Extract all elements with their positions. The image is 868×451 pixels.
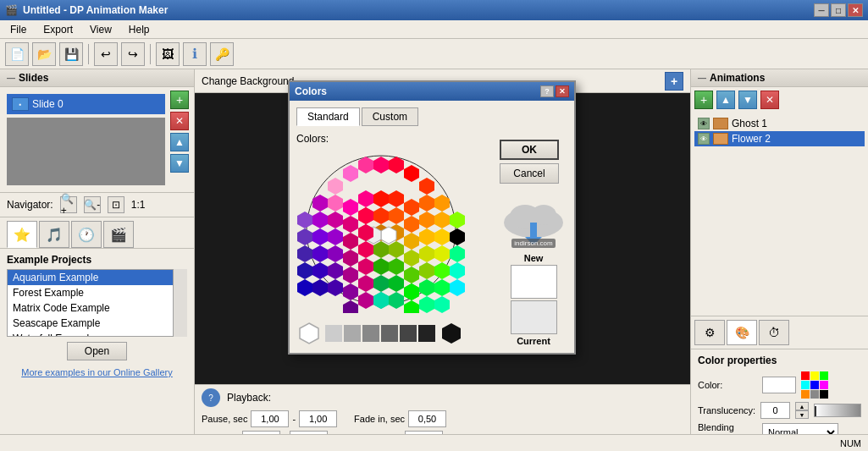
svg-marker-40 xyxy=(373,241,389,258)
svg-marker-5 xyxy=(358,157,373,173)
svg-marker-48 xyxy=(419,262,434,279)
svg-marker-15 xyxy=(328,195,343,212)
svg-marker-58 xyxy=(373,275,389,292)
svg-marker-23 xyxy=(343,216,358,233)
svg-marker-12 xyxy=(358,190,373,207)
gray3[interactable] xyxy=(362,325,379,342)
svg-marker-74 xyxy=(404,283,419,300)
svg-marker-86 xyxy=(300,323,318,344)
svg-marker-61 xyxy=(328,279,343,296)
tab-standard[interactable]: Standard xyxy=(296,107,360,126)
svg-marker-63 xyxy=(389,292,404,309)
svg-marker-39 xyxy=(389,241,404,258)
svg-marker-83 xyxy=(450,245,465,262)
svg-marker-54 xyxy=(328,262,343,279)
svg-marker-57 xyxy=(389,275,404,292)
svg-marker-72 xyxy=(434,279,450,296)
svg-marker-16 xyxy=(434,195,450,212)
svg-marker-17 xyxy=(434,212,450,228)
svg-marker-4 xyxy=(404,165,419,182)
svg-marker-14 xyxy=(328,178,343,195)
dialog-close-btn[interactable]: ✕ xyxy=(556,85,569,97)
svg-marker-38 xyxy=(404,250,419,267)
svg-marker-65 xyxy=(358,275,373,292)
color-picker-area: Colors: xyxy=(296,133,491,346)
svg-marker-80 xyxy=(297,279,312,296)
svg-marker-26 xyxy=(312,212,328,228)
svg-marker-2 xyxy=(373,157,389,173)
svg-rect-89 xyxy=(362,325,379,342)
svg-marker-3 xyxy=(389,157,404,173)
svg-marker-19 xyxy=(404,216,419,233)
svg-marker-49 xyxy=(404,267,419,283)
svg-marker-75 xyxy=(434,296,450,313)
new-current-area: New Current xyxy=(500,253,567,346)
svg-marker-10 xyxy=(389,190,404,207)
svg-marker-29 xyxy=(404,233,419,250)
hex-color-wheel[interactable] xyxy=(296,148,466,313)
svg-marker-53 xyxy=(343,267,358,283)
svg-marker-6 xyxy=(343,165,358,182)
new-label: New xyxy=(524,253,544,263)
grayscale-row xyxy=(296,321,491,346)
svg-marker-43 xyxy=(358,207,373,224)
dialog-tabs: Standard Custom xyxy=(296,107,567,126)
svg-marker-9 xyxy=(404,199,419,216)
dialog-content: Standard Custom Colors: xyxy=(290,101,574,353)
svg-marker-28 xyxy=(419,228,434,245)
dialog-title-bar: Colors ? ✕ xyxy=(290,82,574,101)
svg-marker-36 xyxy=(434,245,450,262)
watermark-text: indirson.com xyxy=(511,239,555,248)
current-color-box[interactable] xyxy=(511,300,557,334)
dialog-body: Colors: xyxy=(296,133,567,346)
black-hex[interactable] xyxy=(439,321,464,346)
svg-marker-79 xyxy=(297,262,312,279)
svg-marker-21 xyxy=(373,207,389,224)
svg-marker-68 xyxy=(373,292,389,309)
dialog-right: OK Cancel xyxy=(500,133,567,346)
colors-dialog: Colors ? ✕ Standard Custom Colors: xyxy=(288,80,576,355)
dialog-cancel-btn[interactable]: Cancel xyxy=(500,163,559,184)
svg-marker-69 xyxy=(358,292,373,309)
gray1[interactable] xyxy=(325,325,342,342)
watermark-area: indirson.com xyxy=(500,189,567,248)
svg-rect-88 xyxy=(344,325,361,342)
dialog-overlay: Colors ? ✕ Standard Custom Colors: xyxy=(0,0,868,451)
gray5[interactable] xyxy=(400,325,417,342)
svg-point-96 xyxy=(531,205,556,225)
gray2[interactable] xyxy=(344,325,361,342)
svg-marker-52 xyxy=(358,241,373,258)
svg-marker-46 xyxy=(328,245,343,262)
dialog-help-btn[interactable]: ? xyxy=(540,85,554,97)
svg-marker-37 xyxy=(419,245,434,262)
svg-marker-20 xyxy=(389,207,404,224)
gray-swatches xyxy=(325,325,435,342)
dialog-title: Colors xyxy=(295,85,327,97)
svg-marker-60 xyxy=(343,283,358,300)
new-color-box[interactable] xyxy=(511,265,557,299)
cloud-icon xyxy=(500,193,567,244)
svg-rect-90 xyxy=(381,325,398,342)
svg-marker-41 xyxy=(381,227,396,244)
svg-rect-87 xyxy=(325,325,342,342)
white-hex[interactable] xyxy=(296,321,322,346)
dialog-ok-btn[interactable]: OK xyxy=(500,140,559,160)
dialog-buttons: OK Cancel xyxy=(500,133,567,184)
svg-marker-27 xyxy=(434,228,450,245)
svg-marker-62 xyxy=(312,279,328,296)
svg-marker-84 xyxy=(450,262,465,279)
gray4[interactable] xyxy=(381,325,398,342)
svg-marker-59 xyxy=(358,258,373,275)
svg-marker-67 xyxy=(404,300,419,313)
svg-marker-78 xyxy=(297,245,312,262)
gray6[interactable] xyxy=(418,325,435,342)
svg-marker-33 xyxy=(343,233,358,250)
svg-marker-76 xyxy=(297,212,312,228)
svg-marker-34 xyxy=(328,228,343,245)
svg-marker-66 xyxy=(343,300,358,313)
svg-marker-81 xyxy=(450,212,465,228)
svg-marker-8 xyxy=(419,195,434,212)
svg-rect-91 xyxy=(400,325,417,342)
tab-custom[interactable]: Custom xyxy=(362,107,418,126)
svg-marker-50 xyxy=(389,258,404,275)
